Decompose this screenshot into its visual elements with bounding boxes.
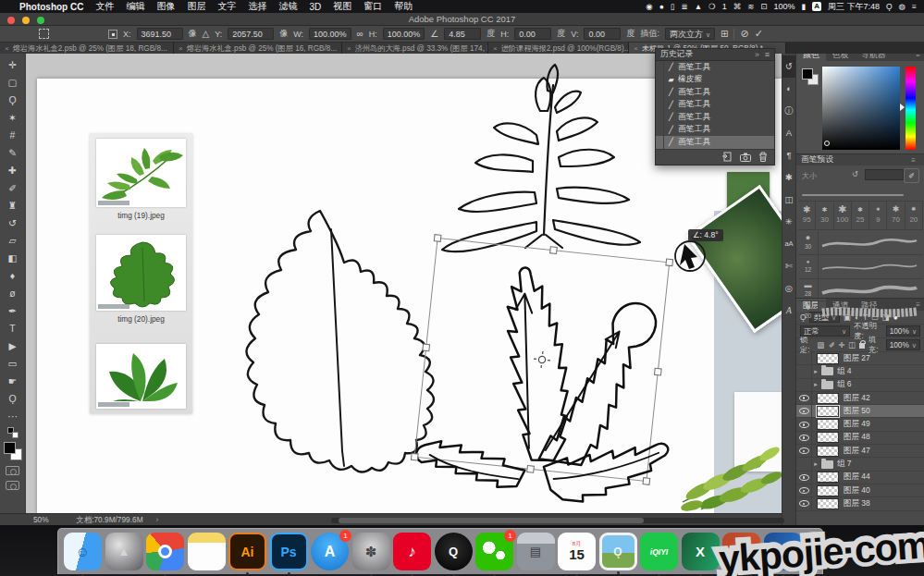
panel-menu-icon[interactable]: ≡ [765,50,770,59]
visibility-toggle[interactable] [796,379,812,391]
clone-source-panel-icon[interactable]: ◫ [782,189,796,211]
lock-pixels-icon[interactable]: ✐ [829,340,835,349]
menu-3d[interactable]: 3D [309,2,321,12]
brush-preset[interactable]: ✱9 [869,202,887,229]
document-tab[interactable]: ×熔岩海水礼盒.psb @ 25% (图层 16, RGB/8... [174,43,342,54]
default-colors-icon[interactable] [7,427,18,438]
quick-selection-tool[interactable]: ✶ [2,109,24,127]
history-panel-icon[interactable]: ↺ [782,55,796,78]
y-position-field[interactable]: 2057.50 [228,28,274,40]
expand-group-icon[interactable]: ▸ [812,381,819,388]
width-scale-field[interactable]: 100.00% [309,28,351,40]
layer-row[interactable]: 图层 27 [796,352,924,365]
tool-presets-panel-icon[interactable]: ✄ [782,255,796,277]
document-tab[interactable]: ×进阶课程海报2.psd @ 100%(RGB/8)... [488,43,629,54]
screen-mode-button[interactable] [6,481,19,490]
brush-preset[interactable]: ✱20 [906,202,923,229]
app-menu-title[interactable]: Photoshop CC [19,2,83,12]
delete-state-trash-icon[interactable] [758,152,768,162]
document-tab[interactable]: ×熔岩海水礼盒2.psb @ 25% (图层 18, RGB/8... [0,43,174,54]
dock-app-store[interactable]: A1 [311,533,349,570]
lasso-tool[interactable]: Ϙ [2,92,24,109]
lock-position-icon[interactable]: ✛ [839,340,845,349]
document-tab[interactable]: ×济州岛的大海.psd @ 33.3% (图层 174, RGB/8... [342,43,488,54]
dock-wechat[interactable]: 1 [475,533,513,570]
layer-row[interactable]: 图层 49 [796,418,924,431]
history-state[interactable]: ╱画笔工具 [656,124,774,137]
history-state[interactable]: ╱画笔工具 [656,86,774,99]
wechat-status-icon[interactable]: ❍ [708,0,716,13]
type-tool[interactable]: T [2,320,24,337]
dock-netease-music[interactable]: ♪ [393,533,431,570]
brush-size-slider[interactable] [802,194,904,196]
color-picker-cursor[interactable] [824,141,830,146]
group-row[interactable]: ▸组 7 [796,458,924,471]
menu-window[interactable]: 窗口 [363,0,382,13]
visibility-toggle[interactable] [796,392,812,404]
transform-bounding-box[interactable] [414,238,669,481]
transform-center-point[interactable] [533,350,551,369]
dock-preview[interactable]: Ǫ [599,533,637,570]
brush-size-field[interactable] [865,169,904,180]
zoom-level[interactable]: 50% [33,515,49,524]
shape-tool[interactable]: ▭ [2,355,24,373]
brush-stroke-preset[interactable]: ●12 [798,255,923,279]
history-state[interactable]: ▰橡皮擦 [656,74,774,87]
visibility-toggle[interactable] [796,445,812,457]
dock-excel[interactable]: X [682,533,720,570]
hue-slider-pointer[interactable] [900,104,905,111]
pen-tool[interactable]: ✒ [2,302,24,320]
group-row[interactable]: ▸组 6 [796,379,924,392]
dock-notes[interactable] [188,533,226,570]
menu-filter[interactable]: 滤镜 [278,0,297,13]
layer-row[interactable]: 图层 48 [796,432,924,445]
relative-position-toggle[interactable]: △ [203,29,210,39]
reference-point-locator[interactable] [108,30,117,39]
styles-panel-icon[interactable]: A [782,300,796,322]
menu-edit[interactable]: 编辑 [126,0,144,13]
x-position-field[interactable]: 3691.50 [137,28,183,40]
quick-mask-button[interactable] [6,466,19,475]
saturation-brightness-field[interactable] [822,67,900,150]
brush-stroke-preset[interactable]: ✱20 [798,301,923,324]
new-snapshot-icon[interactable] [740,153,751,162]
paragraph-panel-icon[interactable]: ¶ [782,144,796,166]
eraser-tool[interactable]: ▱ [2,232,24,250]
layer-row[interactable]: 图层 42 [796,392,924,405]
brush-preset[interactable]: ✱25 [852,202,869,229]
brush-preset[interactable]: ✱70 [887,202,905,229]
collapse-panel-icon[interactable]: » [755,50,759,59]
rotation-field[interactable]: 4.85 [444,28,481,40]
dock-launchpad[interactable]: ▲ [105,533,143,570]
tab-close-icon[interactable]: × [634,44,638,53]
layer-row[interactable]: 图层 38 [796,497,924,510]
brush-stroke-preset[interactable]: ●30 [798,231,923,255]
character-panel-icon[interactable]: A [782,122,796,144]
dock-photoshop[interactable]: Ps [270,533,308,570]
expand-group-icon[interactable]: ▸ [812,460,819,468]
menu-layer[interactable]: 图层 [187,0,205,13]
lock-transparency-icon[interactable]: ▨ [818,340,825,349]
glyphs-panel-icon[interactable]: ✱ [782,166,796,189]
reset-size-icon[interactable]: ↺ [852,170,858,178]
layer-row-selected[interactable]: 图层 50 [796,405,924,418]
input-method-badge[interactable]: A [812,2,821,11]
notification-center-icon[interactable]: ≡ [912,0,917,13]
eyedropper-tool[interactable]: ✎ [2,144,24,162]
healing-brush-tool[interactable]: ✚ [2,162,24,179]
color-panel-swatches[interactable] [802,68,819,85]
history-state[interactable]: ╱画笔工具 [656,111,774,124]
toggle-brush-panel-button[interactable]: ✐ [904,168,919,183]
foreground-background-swatches[interactable] [4,442,22,460]
hue-slider[interactable] [906,67,916,150]
dock-qq[interactable]: Q [435,533,473,570]
scrollbar-thumb[interactable] [339,518,644,523]
crop-tool[interactable]: # [2,127,24,144]
move-tool[interactable]: ✛ [2,56,24,74]
interpolation-dropdown[interactable]: 两次立方∨ [665,28,715,40]
mountain-icon[interactable]: ▲ [695,0,702,13]
tab-close-icon[interactable]: × [347,44,351,53]
tab-close-icon[interactable]: × [493,44,498,53]
visibility-toggle[interactable] [796,418,812,430]
spotlight-icon[interactable]: Ǫ [886,0,893,13]
